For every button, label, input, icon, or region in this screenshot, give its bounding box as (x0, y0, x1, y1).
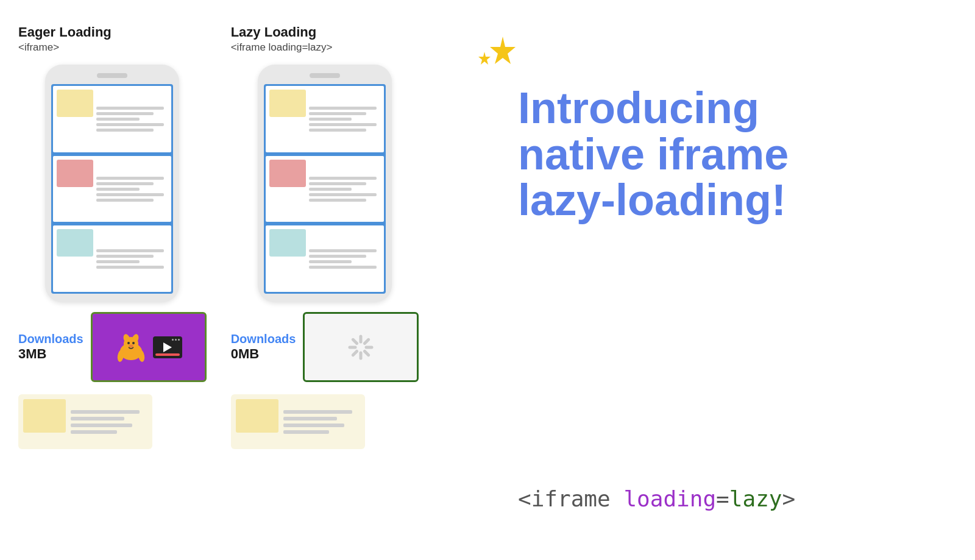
eager-title: Eager Loading (18, 24, 207, 40)
svg-line-15 (365, 339, 369, 343)
lazy-content-card (231, 394, 365, 449)
video-dots (172, 339, 180, 341)
lazy-bottom-content (231, 394, 419, 449)
lazy-content-card-lines (283, 399, 360, 444)
eager-iframe-preview (91, 312, 207, 382)
eager-downloads-label: Downloads (18, 332, 83, 346)
lazy-image-teal (269, 229, 306, 257)
lazy-lines-2 (309, 160, 380, 219)
lazy-screen (264, 84, 386, 294)
video-progress-bar (155, 353, 180, 356)
loading-spinner-icon (339, 329, 382, 366)
lazy-phone-notch (310, 73, 340, 78)
screen-lines-1 (96, 90, 168, 149)
screen-image-yellow (57, 90, 93, 117)
code-close: > (782, 486, 796, 511)
eager-subtitle: <iframe> (18, 41, 207, 54)
lazy-phone (258, 65, 392, 302)
lazy-subtitle: <iframe loading=lazy> (231, 41, 419, 54)
screen-section-3 (53, 225, 171, 292)
svg-line-13 (353, 339, 357, 343)
eager-column: Eager Loading <iframe> (18, 24, 207, 548)
lazy-downloads-area: Downloads 0MB (231, 312, 419, 382)
eager-bottom-content (18, 394, 207, 449)
content-card-image (23, 399, 66, 433)
svg-point-6 (129, 345, 133, 348)
screen-image-teal (57, 229, 93, 257)
left-section: Eager Loading <iframe> (18, 24, 481, 548)
video-box (153, 336, 182, 358)
sparkle-icon (469, 34, 518, 76)
code-loading: loading (623, 486, 716, 511)
screen-lines-3 (96, 229, 168, 288)
content-card-lines (71, 399, 147, 444)
lazy-image-red (269, 160, 306, 187)
svg-line-14 (365, 351, 369, 355)
lazy-lines-3 (309, 229, 380, 288)
code-lazy: lazy (729, 486, 782, 511)
eager-content-card (18, 394, 152, 449)
lazy-downloads-info: Downloads 0MB (231, 332, 296, 362)
intro-text-area: Introducing native iframe lazy-loading! (518, 85, 957, 236)
svg-line-16 (353, 351, 357, 355)
lazy-downloads-size: 0MB (231, 346, 296, 362)
screen-section-1 (53, 86, 171, 152)
eager-downloads-area: Downloads 3MB (18, 312, 207, 382)
lazy-image-yellow (269, 90, 306, 117)
lazy-iframe-preview (303, 312, 419, 382)
lazy-content-card-image (236, 399, 278, 433)
screen-image-red (57, 160, 93, 187)
lazy-section-2 (266, 156, 384, 222)
eager-downloads-info: Downloads 3MB (18, 332, 83, 362)
code-equals: = (716, 486, 729, 511)
right-section: Introducing native iframe lazy-loading! … (481, 24, 957, 548)
screen-section-2 (53, 156, 171, 222)
dog-icon (115, 330, 148, 364)
code-iframe: <iframe (518, 486, 623, 511)
lazy-lines-1 (309, 90, 380, 149)
main-container: Eager Loading <iframe> (0, 0, 975, 560)
lazy-section-3 (266, 225, 384, 292)
eager-screen (51, 84, 173, 294)
lazy-section-1 (266, 86, 384, 152)
svg-point-4 (127, 342, 130, 344)
code-snippet: <iframe loading=lazy> (518, 486, 957, 511)
screen-lines-2 (96, 160, 168, 219)
lazy-title: Lazy Loading (231, 24, 419, 40)
phone-notch (97, 73, 127, 78)
dog-video-content (110, 325, 187, 369)
eager-downloads-size: 3MB (18, 346, 83, 362)
eager-phone (45, 65, 179, 302)
eager-header: Eager Loading <iframe> (18, 24, 207, 54)
lazy-header: Lazy Loading <iframe loading=lazy> (231, 24, 419, 54)
lazy-column: Lazy Loading <iframe loading=lazy> (231, 24, 419, 548)
play-triangle (163, 342, 172, 352)
lazy-downloads-label: Downloads (231, 332, 296, 346)
sparkle-area (469, 34, 518, 79)
code-area: <iframe loading=lazy> (518, 474, 957, 548)
intro-title: Introducing native iframe lazy-loading! (518, 85, 957, 224)
svg-point-5 (132, 342, 135, 344)
